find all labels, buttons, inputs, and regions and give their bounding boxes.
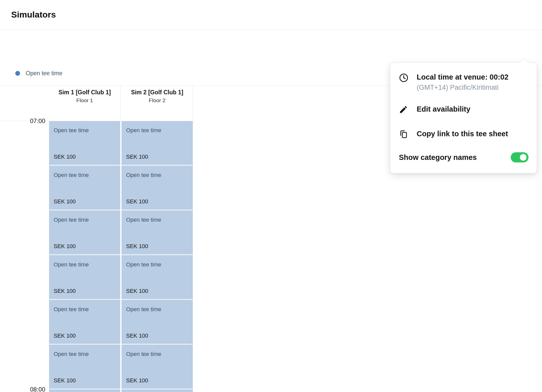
slot-price: SEK 100 <box>54 288 76 294</box>
open-tee-time-dot <box>15 71 20 76</box>
legend-label: Open tee time <box>26 70 62 77</box>
page-title: Simulators <box>11 10 56 20</box>
sim-column: Sim 1 [Golf Club 1]Floor 1Open tee timeS… <box>49 85 120 392</box>
open-tee-time-slot[interactable] <box>49 389 120 392</box>
copy-icon <box>399 129 417 139</box>
menu-item-show-category-names: Show category names <box>399 152 529 162</box>
title-bar: Simulators <box>0 0 542 30</box>
legend-item-open-tee-time: Open tee time <box>15 70 62 77</box>
slot-label: Open tee time <box>54 261 89 268</box>
show-category-names-toggle[interactable] <box>511 152 529 162</box>
open-tee-time-slot[interactable]: Open tee timeSEK 100 <box>49 300 120 345</box>
grid-border-right <box>193 85 193 392</box>
more-options-menu: Local time at venue: 00:02 (GMT+14) Paci… <box>390 63 537 173</box>
open-tee-time-slot[interactable]: Open tee timeSEK 100 <box>122 255 193 300</box>
slot-label: Open tee time <box>126 127 161 134</box>
copy-link-label: Copy link to this tee sheet <box>417 129 508 138</box>
slot-label: Open tee time <box>126 306 161 313</box>
slot-price: SEK 100 <box>126 154 148 160</box>
slot-price: SEK 100 <box>126 377 148 384</box>
slot-price: SEK 100 <box>126 198 148 205</box>
toolbar: Simulator 1 ← → Today, 2 May <box>0 30 542 64</box>
open-tee-time-slot[interactable] <box>122 389 193 392</box>
slot-price: SEK 100 <box>54 198 76 205</box>
slot-label: Open tee time <box>126 172 161 178</box>
column-title: Sim 2 [Golf Club 1] <box>128 88 186 96</box>
slot-label: Open tee time <box>126 351 161 357</box>
grid-border-middle <box>121 85 121 121</box>
open-tee-time-slot[interactable]: Open tee timeSEK 100 <box>122 121 193 166</box>
slot-label: Open tee time <box>126 217 161 223</box>
open-tee-time-slot[interactable]: Open tee timeSEK 100 <box>49 121 120 166</box>
time-label: 07:00 <box>0 117 45 125</box>
slot-price: SEK 100 <box>54 333 76 339</box>
slot-label: Open tee time <box>54 217 89 223</box>
column-header: Sim 2 [Golf Club 1]Floor 2 <box>122 85 193 121</box>
open-tee-time-slot[interactable]: Open tee timeSEK 100 <box>49 210 120 255</box>
column-title: Sim 1 [Golf Club 1] <box>55 88 114 96</box>
slot-price: SEK 100 <box>54 243 76 250</box>
slot-label: Open tee time <box>54 172 89 178</box>
slot-price: SEK 100 <box>126 288 148 294</box>
slot-price: SEK 100 <box>54 377 76 384</box>
slot-label: Open tee time <box>126 261 161 268</box>
column-subtitle: Floor 1 <box>49 97 120 103</box>
clock-icon <box>399 72 417 83</box>
toggle-knob <box>520 154 526 161</box>
column-header: Sim 1 [Golf Club 1]Floor 1 <box>49 85 120 121</box>
time-label: 08:00 <box>0 386 45 392</box>
open-tee-time-slot[interactable]: Open tee timeSEK 100 <box>49 255 120 300</box>
slot-price: SEK 100 <box>126 333 148 339</box>
open-tee-time-slot[interactable]: Open tee timeSEK 100 <box>122 345 193 389</box>
local-time-title: Local time at venue: 00:02 <box>417 72 508 82</box>
open-tee-time-slot[interactable]: Open tee timeSEK 100 <box>49 166 120 210</box>
slot-price: SEK 100 <box>54 154 76 160</box>
sim-column: Sim 2 [Golf Club 1]Floor 2Open tee timeS… <box>122 85 193 392</box>
menu-item-local-time: Local time at venue: 00:02 (GMT+14) Paci… <box>399 72 508 92</box>
open-tee-time-slot[interactable]: Open tee timeSEK 100 <box>122 210 193 255</box>
slot-label: Open tee time <box>54 127 89 134</box>
local-time-zone: (GMT+14) Pacific/Kiritimati <box>417 84 508 92</box>
column-subtitle: Floor 2 <box>122 97 193 103</box>
open-tee-time-slot[interactable]: Open tee timeSEK 100 <box>122 300 193 345</box>
menu-item-edit-availability[interactable]: Edit availability <box>399 104 470 114</box>
slot-price: SEK 100 <box>126 243 148 250</box>
slot-label: Open tee time <box>54 351 89 357</box>
open-tee-time-slot[interactable]: Open tee timeSEK 100 <box>122 166 193 210</box>
show-category-names-label: Show category names <box>399 153 477 162</box>
open-tee-time-slot[interactable]: Open tee timeSEK 100 <box>49 345 120 389</box>
menu-item-copy-link[interactable]: Copy link to this tee sheet <box>399 129 508 139</box>
edit-availability-label: Edit availability <box>417 104 470 114</box>
slot-label: Open tee time <box>54 306 89 313</box>
pencil-icon <box>399 104 417 114</box>
